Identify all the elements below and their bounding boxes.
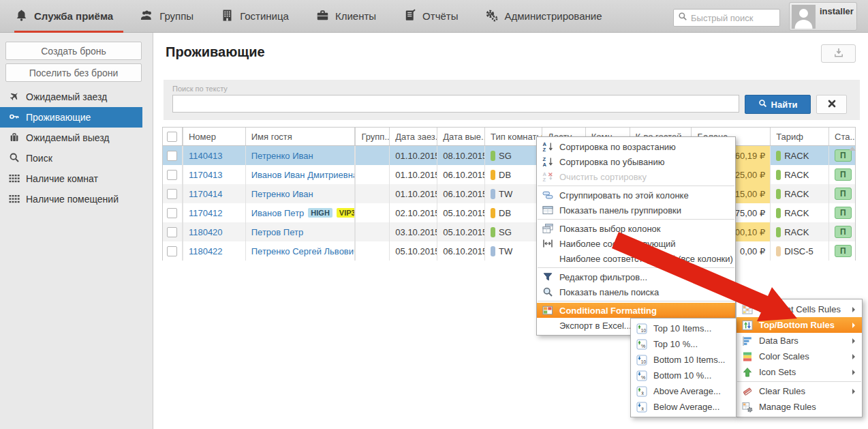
menu-item-conditional-formatting[interactable]: Conditional Formatting — [537, 303, 735, 318]
status-badge: П — [835, 149, 852, 162]
checkbox[interactable] — [167, 189, 177, 199]
menu-item-clear-sorting[interactable]: AZ Очистить сортировку — [537, 169, 735, 184]
cell-group — [356, 146, 390, 165]
menu-item-show-search-panel[interactable]: Показать панель поиска — [537, 284, 735, 299]
checkbox[interactable] — [167, 208, 177, 218]
menu-item-color-scales[interactable]: Color Scales — [737, 349, 862, 364]
menu-item-highlight-cells-rules[interactable]: Highlight Cells Rules — [737, 301, 862, 317]
column-header-status[interactable]: Ста... — [829, 128, 855, 145]
menu-item-best-fit-all-columns[interactable]: Наиболее соответствующий (все колонки) — [537, 251, 735, 266]
checkbox[interactable] — [167, 151, 177, 161]
blank-icon — [542, 320, 553, 331]
column-header-group[interactable]: Групп... — [356, 128, 390, 145]
menu-item-show-group-panel[interactable]: Показать панель группировки — [537, 203, 735, 218]
clear-search-button[interactable] — [816, 95, 847, 114]
tab-groups[interactable]: Группы — [140, 9, 193, 24]
menu-item-column-chooser[interactable]: Показать выбор колонок — [537, 221, 735, 236]
menu-item-filter-editor[interactable]: Редактор фильтров... — [537, 269, 735, 284]
row-checkbox-cell[interactable] — [163, 203, 183, 222]
row-checkbox-cell[interactable] — [163, 184, 183, 203]
menu-item-bottom-10-items[interactable]: 10 Bottom 10 Items... — [631, 352, 736, 368]
below-average-icon: x̄ — [636, 402, 647, 413]
table-row[interactable]: 1140413 Петренко Иван 01.10.2015 08.10.2… — [163, 146, 855, 165]
quick-search-box — [673, 9, 780, 27]
scroll-up-icon[interactable] — [849, 147, 856, 151]
menu-item-above-average[interactable]: x̄ Above Average... — [631, 383, 736, 399]
menu-item-bottom-10-percent[interactable]: % Bottom 10 %... — [631, 368, 736, 383]
text-search-input[interactable] — [172, 95, 739, 113]
find-button[interactable]: Найти — [745, 95, 811, 114]
cell-tariff: RACK — [771, 165, 829, 184]
select-all-checkbox-cell[interactable] — [163, 128, 183, 145]
tariff-color-pill — [776, 208, 781, 218]
table-row[interactable]: 1170414 Петренко Иван 01.10.2015 06.10.2… — [163, 184, 855, 203]
tab-clients[interactable]: Клиенты — [316, 9, 376, 24]
checkin-without-booking-button[interactable]: Поселить без брони — [5, 63, 142, 82]
menu-item-sort-ascending[interactable]: AZ Сортировка по возрастанию — [537, 139, 735, 154]
user-panel[interactable]: installer — [789, 2, 857, 31]
table-row[interactable]: 1180422 Петренко Сергей Львович 05.10.20… — [163, 241, 855, 261]
sidebar-item-expected-departure[interactable]: Ожидаемый выезд — [0, 128, 142, 148]
column-header-date-in[interactable]: Дата заез... — [390, 128, 437, 145]
menu-item-top-10-items[interactable]: 10 Top 10 Items... — [631, 321, 736, 336]
row-checkbox-cell[interactable] — [163, 241, 183, 261]
table-row[interactable]: 1170412 Иванов ПетрHIGHVIP3 02.10.2015 0… — [163, 203, 855, 222]
cell-date-in: 03.10.2015 — [390, 222, 437, 241]
sidebar-item-search[interactable]: Поиск — [0, 148, 142, 168]
svg-text:x̄: x̄ — [641, 390, 644, 395]
export-button[interactable] — [821, 44, 856, 63]
checkbox[interactable] — [167, 246, 177, 256]
tab-reports[interactable]: Отчёты — [403, 9, 458, 24]
menu-item-group-by-column[interactable]: Сгруппировать по этой колонке — [537, 188, 735, 203]
create-booking-button[interactable]: Создать бронь — [5, 42, 142, 60]
quick-search-input[interactable] — [691, 13, 775, 23]
column-header-tariff[interactable]: Тариф — [771, 128, 829, 145]
svg-text:Z: Z — [543, 177, 546, 182]
column-header-date-out[interactable]: Дата вые... — [437, 128, 485, 145]
tariff-color-pill — [776, 189, 781, 199]
tab-administration[interactable]: Администрирование — [485, 9, 602, 24]
menu-item-below-average[interactable]: x̄ Below Average... — [631, 399, 736, 415]
sidebar-item-premises-availability[interactable]: Наличие помещений — [0, 189, 142, 209]
column-header-guest-name[interactable]: Имя гостя — [246, 128, 356, 145]
cell-date-out: 05.10.2015 — [437, 203, 485, 222]
manage-rules-icon — [742, 402, 753, 413]
menu-item-top-10-percent[interactable]: % Top 10 %... — [631, 336, 736, 352]
cell-date-out: 06.10.2015 — [437, 184, 485, 203]
row-checkbox-cell[interactable] — [163, 146, 183, 165]
row-checkbox-cell[interactable] — [163, 222, 183, 241]
column-header-room-type[interactable]: Тип комнаты — [485, 128, 542, 145]
tab-hotel[interactable]: Гостиница — [221, 9, 289, 24]
checkbox[interactable] — [167, 170, 177, 180]
menu-item-manage-rules[interactable]: Manage Rules — [737, 399, 862, 415]
sidebar-item-room-availability[interactable]: Наличие комнат — [0, 168, 142, 189]
menu-item-sort-descending[interactable]: ZA Сортировка по убыванию — [537, 154, 735, 169]
menu-item-best-fit[interactable]: Наиболее соответствующий — [537, 236, 735, 251]
cell-status: П — [829, 241, 855, 261]
row-checkbox-cell[interactable] — [163, 165, 183, 184]
tab-reception[interactable]: Служба приёма — [15, 9, 113, 24]
tab-administration-label: Администрирование — [504, 10, 602, 22]
checkbox[interactable] — [167, 132, 177, 142]
table-row[interactable]: 1170413 Иванов Иван Дмитриевна 01.10.201… — [163, 165, 855, 184]
status-badge: П — [835, 188, 852, 200]
top-navbar: Служба приёма Группы Гостиница Клиенты О… — [0, 0, 868, 33]
menu-item-clear-rules[interactable]: Clear Rules — [737, 383, 862, 399]
checkbox[interactable] — [167, 227, 177, 237]
cell-date-in: 01.10.2015 — [390, 146, 437, 165]
luggage-icon — [9, 132, 20, 145]
clear-sorting-icon: AZ — [542, 171, 553, 182]
high-badge: HIGH — [308, 208, 332, 218]
sidebar-item-residents[interactable]: Проживающие — [0, 107, 142, 128]
column-header-number[interactable]: Номер — [183, 128, 246, 145]
menu-item-top-bottom-rules[interactable]: Top/Bottom Rules — [737, 317, 862, 333]
tariff-color-pill — [776, 246, 781, 256]
menu-separator — [538, 267, 734, 268]
sidebar-item-expected-arrival[interactable]: Ожидаемый заезд — [0, 87, 142, 107]
cell-number: 1140413 — [183, 146, 246, 165]
menu-item-data-bars[interactable]: Data Bars — [737, 333, 862, 349]
menu-item-icon-sets[interactable]: Icon Sets — [737, 364, 862, 380]
table-row[interactable]: 1180420 Петров Петр 03.10.2015 05.10.201… — [163, 222, 855, 241]
grid-icon — [9, 193, 20, 206]
bell-icon — [15, 9, 28, 24]
